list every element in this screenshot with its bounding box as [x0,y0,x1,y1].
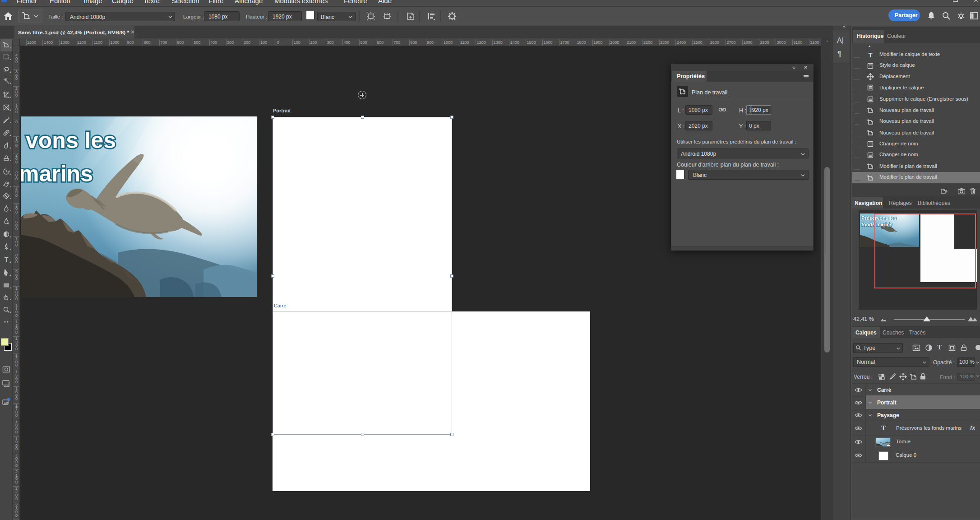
svg-text:vons les: vons les [26,128,116,153]
svg-text:marins: marins [21,161,93,186]
svg-text:T: T [5,256,9,263]
svg-text:T: T [868,51,872,58]
